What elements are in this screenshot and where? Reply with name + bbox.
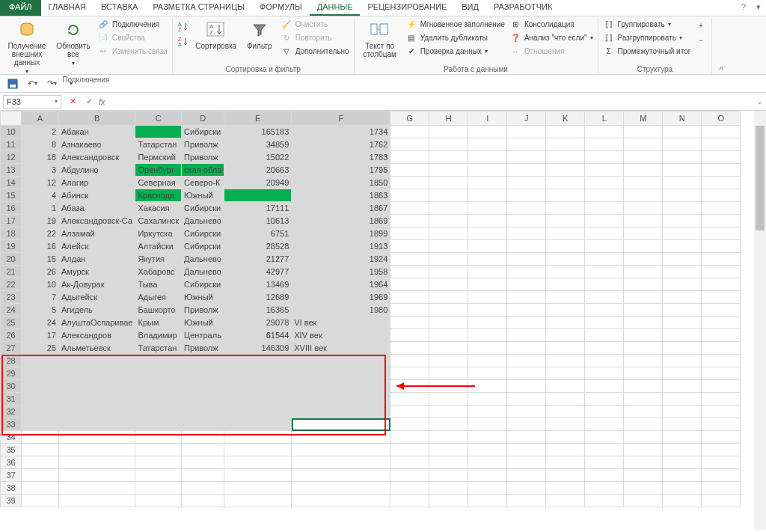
cell-N12[interactable] <box>663 151 702 164</box>
row-header-23[interactable]: 23 <box>1 291 22 304</box>
cell-D39[interactable] <box>182 495 224 507</box>
cell-H18[interactable] <box>429 227 468 240</box>
cell-B26[interactable]: Александров <box>59 329 135 342</box>
cell-B39[interactable] <box>59 495 135 507</box>
cell-K39[interactable] <box>546 495 585 507</box>
tab-file[interactable]: ФАЙЛ <box>0 0 41 16</box>
sort-desc-button[interactable]: ZA <box>177 36 189 48</box>
cell-D33[interactable] <box>182 418 224 431</box>
cell-C25[interactable]: Крым <box>135 317 182 329</box>
cell-M19[interactable] <box>624 240 663 253</box>
cell-I11[interactable] <box>468 138 507 151</box>
cell-N29[interactable] <box>663 367 702 380</box>
cell-L29[interactable] <box>585 367 624 380</box>
cell-F21[interactable]: 1958 <box>292 266 390 278</box>
cell-C17[interactable]: Сахалинск <box>135 215 182 227</box>
cell-F39[interactable] <box>292 495 390 507</box>
cell-J37[interactable] <box>507 469 546 482</box>
cell-G10[interactable] <box>390 126 429 138</box>
cell-J28[interactable] <box>507 355 546 367</box>
cell-M28[interactable] <box>624 355 663 367</box>
row-header-18[interactable]: 18 <box>1 227 22 240</box>
cell-G30[interactable] <box>390 380 429 393</box>
cell-E20[interactable]: 21277 <box>224 253 292 266</box>
cell-E31[interactable] <box>224 393 292 406</box>
cell-G26[interactable] <box>390 329 429 342</box>
cell-H38[interactable] <box>429 482 468 495</box>
cell-I39[interactable] <box>468 495 507 507</box>
row-header-34[interactable]: 34 <box>1 431 22 444</box>
cell-A37[interactable] <box>22 469 59 482</box>
cell-C32[interactable] <box>135 406 182 418</box>
cell-D29[interactable] <box>182 367 224 380</box>
cell-C23[interactable]: Адыгея <box>135 291 182 304</box>
cell-C27[interactable]: Татарстан <box>135 342 182 355</box>
cell-C29[interactable] <box>135 367 182 380</box>
cell-G34[interactable] <box>390 431 429 444</box>
cell-B20[interactable]: Алдан <box>59 253 135 266</box>
cell-C24[interactable]: Башкорто <box>135 304 182 317</box>
cell-E29[interactable] <box>224 367 292 380</box>
cell-D17[interactable]: Дальнево <box>182 215 224 227</box>
cell-N16[interactable] <box>663 202 702 215</box>
column-header-A[interactable]: A <box>22 111 59 126</box>
cell-G18[interactable] <box>390 227 429 240</box>
cell-O24[interactable] <box>702 304 741 317</box>
cell-J22[interactable] <box>507 278 546 291</box>
cell-D32[interactable] <box>182 406 224 418</box>
tab-pagelayout[interactable]: РАЗМЕТКА СТРАНИЦЫ <box>145 0 251 16</box>
column-header-M[interactable]: M <box>624 111 663 126</box>
cell-M38[interactable] <box>624 482 663 495</box>
cell-H28[interactable] <box>429 355 468 367</box>
row-header-25[interactable]: 25 <box>1 317 22 329</box>
cell-I10[interactable] <box>468 126 507 138</box>
cell-F22[interactable]: 1964 <box>292 278 390 291</box>
cell-C18[interactable]: Иркутска <box>135 227 182 240</box>
cell-I14[interactable] <box>468 177 507 189</box>
cell-K31[interactable] <box>546 393 585 406</box>
cell-L36[interactable] <box>585 456 624 469</box>
cell-J27[interactable] <box>507 342 546 355</box>
cell-O18[interactable] <box>702 227 741 240</box>
row-header-37[interactable]: 37 <box>1 469 22 482</box>
cell-I20[interactable] <box>468 253 507 266</box>
expand-formula-bar-button[interactable]: ⌄ <box>753 97 766 106</box>
name-box[interactable]: F33 ▾ <box>3 95 61 108</box>
column-header-E[interactable]: E <box>224 111 292 126</box>
cell-B24[interactable]: Агидель <box>59 304 135 317</box>
cell-H19[interactable] <box>429 240 468 253</box>
cell-M16[interactable] <box>624 202 663 215</box>
cell-G15[interactable] <box>390 189 429 202</box>
cell-E18[interactable]: 6751 <box>224 227 292 240</box>
cell-O36[interactable] <box>702 456 741 469</box>
cell-I38[interactable] <box>468 482 507 495</box>
cell-B38[interactable] <box>59 482 135 495</box>
cell-M27[interactable] <box>624 342 663 355</box>
cell-I29[interactable] <box>468 367 507 380</box>
cell-J18[interactable] <box>507 227 546 240</box>
cell-N25[interactable] <box>663 317 702 329</box>
cell-L25[interactable] <box>585 317 624 329</box>
cell-N33[interactable] <box>663 418 702 431</box>
cell-O31[interactable] <box>702 393 741 406</box>
cell-B13[interactable]: Абдулино <box>59 164 135 177</box>
cell-N24[interactable] <box>663 304 702 317</box>
cell-N13[interactable] <box>663 164 702 177</box>
flash-fill-button[interactable]: ⚡Мгновенное заполнение <box>405 18 505 30</box>
cell-H37[interactable] <box>429 469 468 482</box>
cell-O35[interactable] <box>702 444 741 456</box>
cell-N20[interactable] <box>663 253 702 266</box>
cell-B22[interactable]: Ак-Довурак <box>59 278 135 291</box>
cell-M29[interactable] <box>624 367 663 380</box>
cell-H10[interactable] <box>429 126 468 138</box>
cell-N36[interactable] <box>663 456 702 469</box>
cell-H21[interactable] <box>429 266 468 278</box>
cell-C15[interactable]: Краснода <box>135 189 182 202</box>
cell-F36[interactable] <box>292 456 390 469</box>
cell-L16[interactable] <box>585 202 624 215</box>
cell-M31[interactable] <box>624 393 663 406</box>
cell-N11[interactable] <box>663 138 702 151</box>
cell-E19[interactable]: 28528 <box>224 240 292 253</box>
row-header-15[interactable]: 15 <box>1 189 22 202</box>
cell-D16[interactable]: Сибирски <box>182 202 224 215</box>
